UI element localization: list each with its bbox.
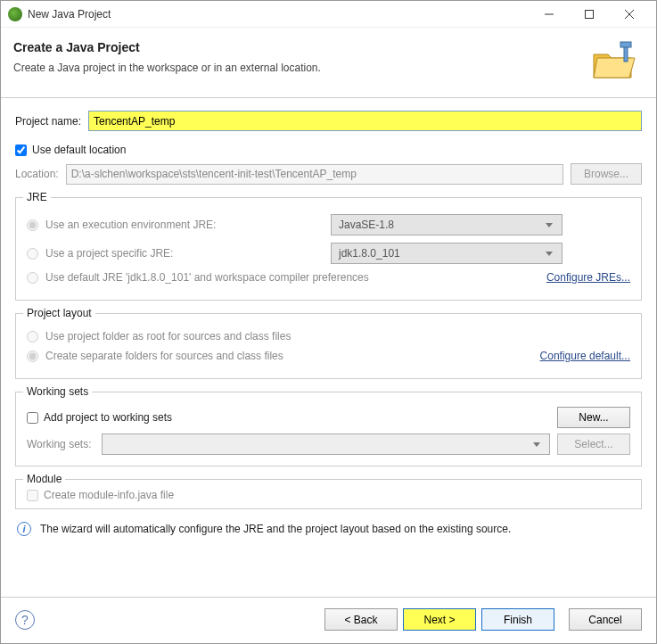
use-default-location-label: Use default location xyxy=(32,144,126,156)
jre-default-label: Use default JRE 'jdk1.8.0_101' and works… xyxy=(45,271,369,284)
content-area: Project name: Use default location Locat… xyxy=(1,98,656,588)
info-text: The wizard will automatically configure … xyxy=(40,523,511,535)
working-sets-title: Working sets xyxy=(23,385,92,398)
jre-group: JRE Use an execution environment JRE: Ja… xyxy=(15,197,642,301)
configure-default-link[interactable]: Configure default... xyxy=(540,350,630,362)
new-working-set-button[interactable]: New... xyxy=(557,407,630,428)
info-icon: i xyxy=(17,522,31,536)
working-sets-select xyxy=(102,433,550,455)
add-working-set-row: Add project to working sets New... xyxy=(27,407,630,428)
module-row: Create module-info.java file xyxy=(27,489,630,501)
create-module-info-label: Create module-info.java file xyxy=(44,489,174,501)
module-title: Module xyxy=(23,473,65,485)
jre-project-specific-radio xyxy=(27,248,38,260)
layout-root-label: Use project folder as root for sources a… xyxy=(45,330,291,343)
create-module-info-checkbox xyxy=(27,490,38,501)
wizard-header: Create a Java Project Create a Java proj… xyxy=(1,28,656,98)
project-name-input[interactable] xyxy=(88,111,642,131)
svg-rect-4 xyxy=(624,45,628,62)
jre-exec-env-select: JavaSE-1.8 xyxy=(331,214,563,235)
location-row: Location: Browse... xyxy=(15,163,642,185)
add-working-set-checkbox[interactable] xyxy=(27,412,38,424)
maximize-button[interactable] xyxy=(569,1,609,28)
jre-exec-env-radio xyxy=(27,219,38,231)
working-sets-select-row: Working sets: Select... xyxy=(27,433,630,455)
location-input xyxy=(66,164,563,185)
jre-group-title: JRE xyxy=(23,191,51,203)
minimize-button[interactable] xyxy=(529,1,569,28)
jre-exec-env-row: Use an execution environment JRE: JavaSE… xyxy=(27,214,630,235)
layout-separate-label: Create separate folders for sources and … xyxy=(45,350,283,362)
use-default-location-checkbox[interactable] xyxy=(15,144,27,156)
next-button[interactable]: Next > xyxy=(403,608,476,631)
jre-project-specific-select: jdk1.8.0_101 xyxy=(331,243,563,264)
svg-rect-5 xyxy=(620,42,631,47)
titlebar: New Java Project xyxy=(1,1,656,28)
jre-exec-env-label: Use an execution environment JRE: xyxy=(45,219,313,231)
app-icon xyxy=(8,7,22,21)
layout-root-radio xyxy=(27,331,38,343)
folder-icon xyxy=(590,40,640,83)
jre-default-row: Use default JRE 'jdk1.8.0_101' and works… xyxy=(27,271,630,284)
layout-root-row: Use project folder as root for sources a… xyxy=(27,330,630,343)
location-label: Location: xyxy=(15,168,59,180)
footer: ? < Back Next > Finish Cancel xyxy=(1,598,656,643)
info-row: i The wizard will automatically configur… xyxy=(15,509,642,549)
jre-project-specific-label: Use a project specific JRE: xyxy=(45,247,313,260)
module-group: Module Create module-info.java file xyxy=(15,479,642,509)
project-layout-title: Project layout xyxy=(23,307,95,319)
jre-default-radio xyxy=(27,272,38,284)
configure-jres-link[interactable]: Configure JREs... xyxy=(546,271,630,284)
select-working-set-button: Select... xyxy=(557,433,630,455)
page-title: Create a Java Project xyxy=(13,40,590,54)
back-button[interactable]: < Back xyxy=(324,608,398,631)
add-working-set-label: Add project to working sets xyxy=(44,411,172,424)
working-sets-group: Working sets Add project to working sets… xyxy=(15,392,642,466)
svg-rect-1 xyxy=(585,10,593,18)
browse-button: Browse... xyxy=(571,163,642,185)
project-name-row: Project name: xyxy=(15,111,642,131)
help-icon[interactable]: ? xyxy=(15,610,35,630)
layout-separate-row: Create separate folders for sources and … xyxy=(27,350,630,362)
working-sets-label: Working sets: xyxy=(27,438,91,450)
jre-project-specific-row: Use a project specific JRE: jdk1.8.0_101 xyxy=(27,243,630,264)
layout-separate-radio xyxy=(27,351,38,362)
finish-button[interactable]: Finish xyxy=(481,608,554,631)
use-default-location-row: Use default location xyxy=(15,144,642,156)
project-layout-group: Project layout Use project folder as roo… xyxy=(15,313,642,379)
project-name-label: Project name: xyxy=(15,115,81,128)
close-button[interactable] xyxy=(609,1,649,28)
page-description: Create a Java project in the workspace o… xyxy=(13,62,590,74)
cancel-button[interactable]: Cancel xyxy=(569,608,642,631)
window-title: New Java Project xyxy=(28,8,529,21)
